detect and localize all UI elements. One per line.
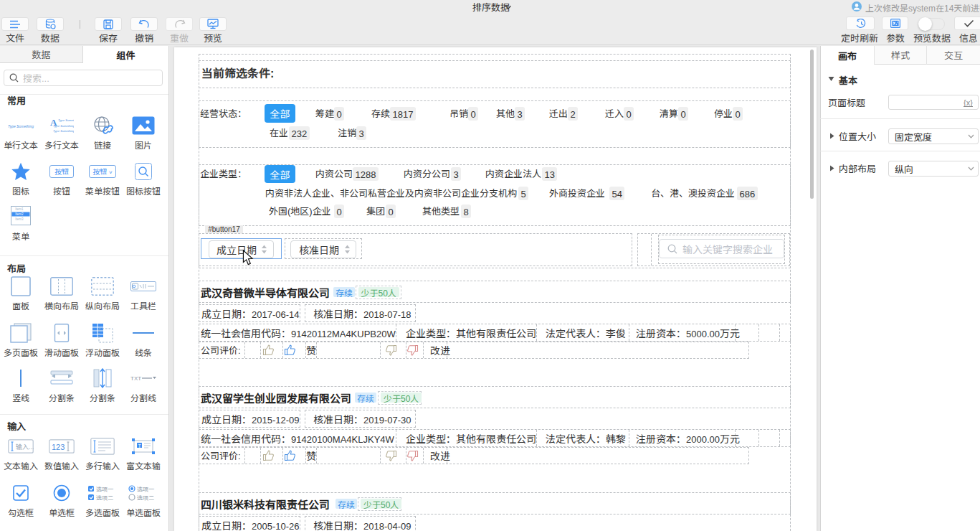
svg-text:Type Something: Type Something: [58, 118, 74, 122]
svg-text:Item3: Item3: [15, 217, 24, 221]
svg-text:输入...: 输入...: [16, 442, 34, 451]
svg-text:Item2: Item2: [15, 212, 24, 216]
svg-text:选项二: 选项二: [137, 494, 154, 502]
svg-text:选项一: 选项一: [137, 485, 154, 493]
svg-text:123: 123: [52, 441, 65, 452]
svg-text:Type Something: Type Something: [53, 123, 74, 128]
svg-text:Type Something: Type Something: [53, 128, 74, 133]
svg-text:选项一: 选项一: [96, 485, 113, 493]
svg-text:选项二: 选项二: [96, 494, 113, 502]
svg-text:Item1: Item1: [15, 207, 24, 211]
svg-text:TXT: TXT: [130, 374, 141, 382]
svg-text:T: T: [138, 442, 142, 449]
